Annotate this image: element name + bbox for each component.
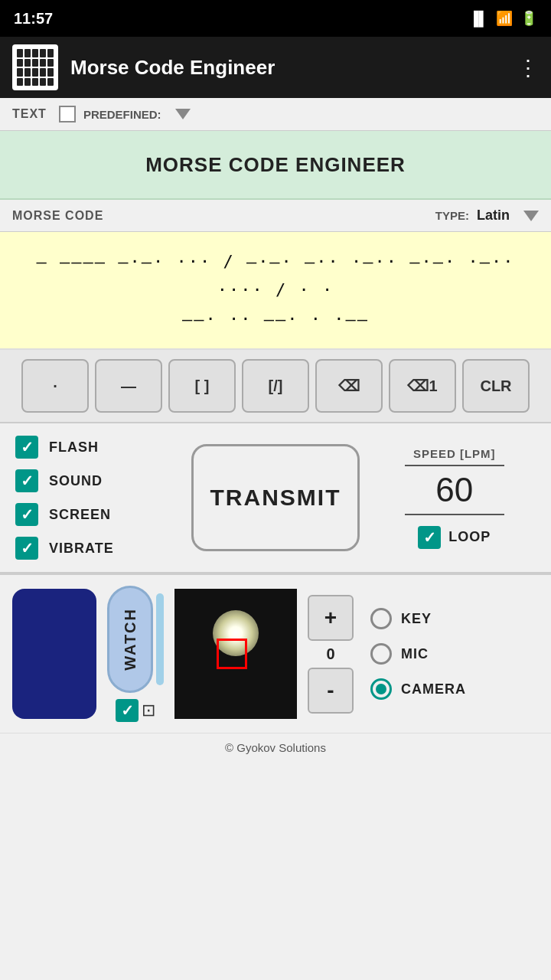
status-bar: 11:57 ▐▌ 📶 🔋 <box>0 0 551 37</box>
watch-col: WATCH ⊡ <box>107 586 164 722</box>
time-display: 11:57 <box>14 10 53 28</box>
text-input-value: MORSE CODE ENGINEER <box>145 153 406 177</box>
footer: © Gyokov Solutions <box>0 733 551 762</box>
dash-button[interactable]: — <box>95 359 162 413</box>
screen-row[interactable]: SCREEN <box>15 503 178 526</box>
vibrate-row[interactable]: VIBRATE <box>15 537 178 560</box>
camera-view <box>174 589 297 719</box>
morse-line2: ——· ·· ——· · ·—— <box>14 305 537 333</box>
backspace-button[interactable]: ⌫ <box>315 359 383 413</box>
morse-line1: — ———— —·—· ··· / —·—· —·· ·—·· —·—· ·—·… <box>14 247 537 305</box>
sound-row[interactable]: SOUND <box>15 469 178 492</box>
speed-value: 60 <box>435 471 473 509</box>
sound-checkbox[interactable] <box>15 469 38 492</box>
watch-pill-wrapper: WATCH <box>107 586 164 693</box>
mic-radio[interactable] <box>370 643 392 665</box>
type-dropdown-arrow[interactable] <box>523 211 539 221</box>
radio-col: KEY MIC CAMERA <box>370 608 466 700</box>
watch-pill[interactable]: WATCH <box>107 586 153 693</box>
flash-checkbox[interactable] <box>15 436 38 459</box>
bottom-section: WATCH ⊡ + 0 - KEY MIC CAME <box>0 573 551 733</box>
battery-icon: 🔋 <box>520 10 537 27</box>
predefined-row: PREDEFINED: <box>59 106 191 122</box>
key-radio[interactable] <box>370 608 392 629</box>
camera-radio-row[interactable]: CAMERA <box>370 678 466 700</box>
loop-checkbox[interactable] <box>418 526 441 549</box>
footer-text: © Gyokov Solutions <box>225 741 326 754</box>
morse-text: — ———— —·—· ··· / —·—· —·· ·—·· —·—· ·—·… <box>14 247 537 333</box>
clear-button[interactable]: CLR <box>462 359 530 413</box>
mic-radio-label: MIC <box>401 646 429 662</box>
text-label: TEXT <box>12 107 47 121</box>
predefined-checkbox[interactable] <box>59 106 76 122</box>
predefined-dropdown-arrow[interactable] <box>175 109 191 119</box>
transmit-col: TRANSMIT <box>178 436 373 560</box>
mic-radio-row[interactable]: MIC <box>370 643 466 665</box>
speed-line-bottom <box>405 514 504 515</box>
predefined-label: PREDEFINED: <box>83 108 161 121</box>
slash-button[interactable]: [/] <box>242 359 309 413</box>
camera-radio-label: CAMERA <box>401 681 466 697</box>
type-value: Latin <box>477 207 510 224</box>
loop-label: LOOP <box>448 529 491 545</box>
wifi-icon: 📶 <box>496 10 513 27</box>
dark-rect <box>12 589 96 719</box>
speed-col: SPEED [LPM] 60 LOOP <box>373 436 536 560</box>
options-section: FLASH SOUND SCREEN VIBRATE TRANSMIT SPEE… <box>0 423 551 573</box>
vibrate-checkbox[interactable] <box>15 537 38 560</box>
plus-button[interactable]: + <box>308 595 354 641</box>
space-button[interactable]: [ ] <box>168 359 236 413</box>
key-radio-row[interactable]: KEY <box>370 608 466 629</box>
flash-label: FLASH <box>49 439 99 456</box>
speed-line-top <box>405 465 504 466</box>
crop-check-row[interactable]: ⊡ <box>116 699 155 722</box>
text-section-header: TEXT PREDEFINED: <box>0 98 551 131</box>
screen-label: SCREEN <box>49 507 111 523</box>
watch-bar <box>156 593 164 685</box>
app-bar: Morse Code Engineer ⋮ <box>0 37 551 98</box>
app-logo <box>12 44 58 90</box>
camera-target <box>217 639 247 669</box>
screen-checkbox[interactable] <box>15 503 38 526</box>
keyboard-row: · — [ ] [/] ⌫ ⌫1 CLR <box>0 350 551 423</box>
camera-radio[interactable] <box>370 678 392 700</box>
flash-row[interactable]: FLASH <box>15 436 178 459</box>
app-title: Morse Code Engineer <box>70 56 505 80</box>
crop-checkbox[interactable] <box>116 699 139 722</box>
minus-button[interactable]: - <box>308 668 354 714</box>
dot-button[interactable]: · <box>21 359 89 413</box>
menu-icon[interactable]: ⋮ <box>517 55 539 80</box>
type-row: TYPE: Latin <box>435 207 539 224</box>
transmit-button[interactable]: TRANSMIT <box>191 444 360 551</box>
counter-value: 0 <box>326 645 334 663</box>
loop-row[interactable]: LOOP <box>418 526 491 549</box>
sound-label: SOUND <box>49 473 103 489</box>
crop-icon: ⊡ <box>142 701 155 720</box>
watch-label: WATCH <box>122 608 139 671</box>
signal-icon: ▐▌ <box>468 11 488 27</box>
morse-label: MORSE CODE <box>12 209 103 223</box>
type-label: TYPE: <box>435 209 469 222</box>
backspace1-button[interactable]: ⌫1 <box>389 359 456 413</box>
vibrate-label: VIBRATE <box>49 541 114 557</box>
morse-section-header: MORSE CODE TYPE: Latin <box>0 200 551 232</box>
key-radio-label: KEY <box>401 611 432 627</box>
checkboxes-col: FLASH SOUND SCREEN VIBRATE <box>15 436 178 560</box>
morse-display: — ———— —·—· ··· / —·—· —·· ·—·· —·—· ·—·… <box>0 232 551 350</box>
speed-label: SPEED [LPM] <box>413 447 496 460</box>
plusminus-col: + 0 - <box>308 595 354 714</box>
status-icons: ▐▌ 📶 🔋 <box>468 10 537 27</box>
text-input-area[interactable]: MORSE CODE ENGINEER <box>0 131 551 200</box>
camera-radio-inner <box>376 684 386 694</box>
